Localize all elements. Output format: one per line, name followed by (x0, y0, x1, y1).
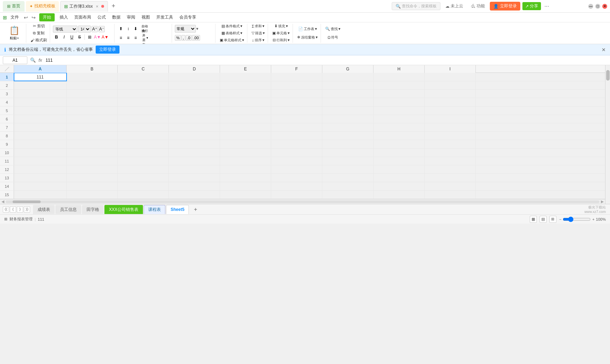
tab-home[interactable]: ⊞ 首页 (3, 1, 25, 12)
row-num-7[interactable]: 7 (0, 123, 14, 131)
menu-formula[interactable]: 公式 (95, 13, 109, 21)
cell-g2[interactable] (322, 81, 373, 89)
cell-e2[interactable] (220, 81, 271, 89)
menu-view[interactable]: 视图 (139, 13, 153, 21)
zoom-out-btn[interactable]: − (559, 217, 561, 221)
font-size-select[interactable]: 14 (78, 26, 91, 33)
row-col-btn[interactable]: ⊟ 行和列▾ (271, 37, 291, 43)
sheet-nav-next[interactable]: ⟩ (17, 206, 23, 213)
freeze-btn[interactable]: ❄ 冻结窗格▾ (296, 34, 319, 41)
sheet-tab-sales[interactable]: XXX公司销售表 (104, 205, 143, 214)
tab-close-icon[interactable]: ✕ (96, 5, 98, 8)
notif-close-btn[interactable]: ✕ (602, 47, 606, 53)
bold-btn[interactable]: B (53, 34, 60, 41)
sheet-tab-grades[interactable]: 成绩表 (33, 205, 55, 214)
close-btn[interactable]: ✕ (602, 4, 607, 9)
view-normal-btn[interactable]: ▦ (530, 216, 537, 223)
fill-color-btn[interactable]: A▼ (94, 34, 101, 41)
fill-btn[interactable]: ⬇ 填充▾ (271, 23, 291, 29)
col-header-e[interactable]: E (220, 65, 271, 73)
scroll-thumb[interactable] (13, 200, 41, 203)
col-header-c[interactable]: C (118, 65, 169, 73)
cell-g1[interactable] (322, 73, 373, 81)
align-top-btn[interactable]: ⬆ (117, 25, 124, 32)
menu-data[interactable]: 数据 (109, 13, 123, 21)
strikethrough-btn[interactable]: S (76, 34, 83, 41)
row-num-14[interactable]: 14 (0, 182, 14, 190)
font-name-select[interactable]: 等线 (53, 26, 77, 33)
col-header-a[interactable]: A (14, 65, 67, 73)
format-dropdown-icon[interactable]: ▾ (196, 26, 198, 31)
cell-f1[interactable] (271, 73, 322, 81)
menu-dev[interactable]: 开发工具 (153, 13, 176, 21)
cell-c1[interactable] (118, 73, 169, 81)
formula-input[interactable] (44, 58, 607, 63)
cell-d1[interactable] (169, 73, 220, 81)
cell-a1[interactable]: 111 (14, 73, 67, 81)
font-color-btn[interactable]: A▼ (102, 34, 109, 41)
cell-d2[interactable] (169, 81, 220, 89)
sheet-tab-course[interactable]: 课程表 (144, 205, 165, 214)
col-header-g[interactable]: G (322, 65, 373, 73)
cell-h1[interactable] (373, 73, 425, 81)
row-num-13[interactable]: 13 (0, 174, 14, 182)
border-btn[interactable]: ⊞ (86, 34, 93, 41)
sheet-nav-prev[interactable]: ⟨ (10, 206, 16, 213)
paste-dropdown-icon[interactable]: ▾ (17, 36, 19, 40)
notif-login-btn[interactable]: 立即登录 (96, 46, 119, 54)
menu-review[interactable]: 审阅 (124, 13, 138, 21)
align-left-btn[interactable]: ≡ (117, 34, 124, 41)
row-num-9[interactable]: 9 (0, 140, 14, 148)
cell-f2[interactable] (271, 81, 322, 89)
sum-btn[interactable]: Σ 求和▾ (250, 23, 266, 29)
decimal-dec-btn[interactable]: .00 (192, 35, 200, 41)
filter-btn[interactable]: ▽ 筛选▾ (250, 30, 266, 36)
menu-vip[interactable]: 会员专享 (177, 13, 199, 21)
row-num-5[interactable]: 5 (0, 107, 14, 115)
menu-pagelayout[interactable]: 页面布局 (71, 13, 94, 21)
row-num-15[interactable]: 15 (0, 191, 14, 199)
sheet-tab-sheet5[interactable]: Sheet5 (166, 205, 189, 214)
paste-btn[interactable]: 📋 粘贴 ▾ (6, 25, 23, 42)
redo-btn[interactable]: ↪ (30, 14, 37, 21)
scroll-track[interactable] (6, 200, 599, 203)
percent-btn[interactable]: % (175, 35, 181, 41)
align-bottom-btn[interactable]: ⬇ (132, 25, 139, 32)
cell-b2[interactable] (67, 81, 118, 89)
col-header-d[interactable]: D (169, 65, 220, 73)
cell-a2[interactable] (14, 81, 67, 89)
add-sheet-btn[interactable]: + (190, 205, 201, 214)
more-btn[interactable]: ··· (543, 3, 550, 9)
row-num-11[interactable]: 11 (0, 157, 14, 165)
minimize-btn[interactable]: — (588, 4, 593, 9)
cell-ref-box[interactable]: A1 (3, 56, 27, 64)
col-header-f[interactable]: F (271, 65, 322, 73)
format-brush-btn[interactable]: 🖌 格式刷 (29, 37, 48, 43)
formula-zoom-btn[interactable]: 🔍 (29, 57, 36, 64)
search-btn[interactable]: 🔍 查找命令，搜索模板 (392, 2, 440, 10)
font-shrink-btn[interactable]: A⁻ (98, 26, 105, 32)
row-num-6[interactable]: 6 (0, 115, 14, 123)
view-split-btn[interactable]: ⊞ (549, 216, 556, 223)
copy-btn[interactable]: ⧉ 复制 (29, 30, 48, 36)
maximize-btn[interactable]: □ (595, 4, 600, 9)
sheet-tab-staff[interactable]: 员工信息 (55, 205, 81, 214)
align-vmiddle-btn[interactable]: ↕ (125, 25, 132, 32)
row-num-8[interactable]: 8 (0, 132, 14, 140)
merge-center-btn[interactable]: 合并居中▾ (141, 34, 148, 41)
row-num-12[interactable]: 12 (0, 165, 14, 173)
italic-btn[interactable]: I (61, 34, 68, 41)
add-tab-btn[interactable]: + (109, 2, 118, 11)
cut-btn[interactable]: ✂ 剪切 (29, 23, 48, 29)
login-btn-title[interactable]: 👤 立即登录 (490, 2, 520, 11)
worksheet-btn[interactable]: 📄 工作表▾ (296, 25, 319, 33)
helper-btn[interactable]: 么 功能 (468, 2, 487, 10)
row-num-3[interactable]: 3 (0, 90, 14, 98)
comma-btn[interactable]: , (181, 35, 185, 41)
menu-file[interactable]: 文件 (8, 13, 22, 21)
cond-format-btn[interactable]: ▤ 条件格式▾ (218, 23, 246, 29)
undo-btn[interactable]: ↩ (22, 14, 29, 21)
cell-b1[interactable] (67, 73, 118, 81)
start-btn[interactable]: 开始 (39, 13, 55, 21)
cell-e1[interactable] (220, 73, 271, 81)
